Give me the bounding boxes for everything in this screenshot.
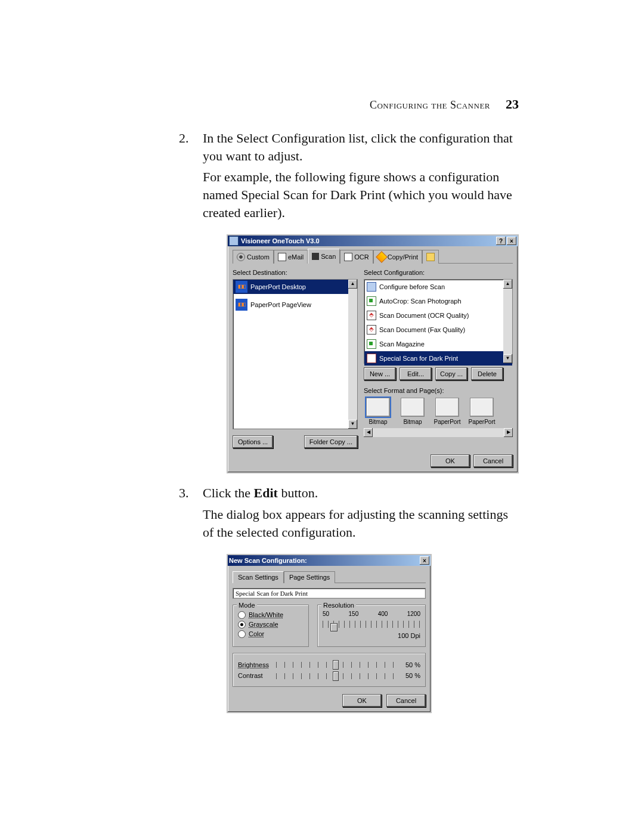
slider-thumb[interactable] [330,623,338,631]
resolution-slider[interactable] [323,621,420,628]
format-paperport-single[interactable]: PaperPort [433,398,462,426]
window-title: New Scan Configuration: [229,556,419,565]
close-button[interactable]: × [507,237,516,245]
tab-email-label: eMail [288,253,304,262]
label-select-destination: Select Destination: [233,268,358,277]
format-paperport-multi[interactable]: PaperPort [467,398,496,426]
destination-listbox[interactable]: PaperPort Desktop PaperPort PageView ▲ [233,279,358,429]
cfg-item-label: Scan Document (Fax Quality) [379,326,465,335]
dest-item-paperport-desktop[interactable]: PaperPort Desktop [233,280,357,294]
dest-item-paperport-pageview[interactable]: PaperPort PageView [233,294,357,315]
format-bitmap-single[interactable]: Bitmap [364,398,392,426]
tab-copyprint[interactable]: Copy/Print [373,250,422,264]
label-select-format: Select Format and Page(s): [364,386,513,395]
options-button[interactable]: Options ... [233,435,273,448]
scroll-up-icon[interactable]: ▲ [348,280,357,289]
step-2-text-2: For example, the following figure shows … [203,168,519,221]
radio-black-white[interactable]: Black/White [238,611,304,620]
tab-scan-settings[interactable]: Scan Settings [233,571,284,583]
mode-group: Mode Black/White Grayscale [233,605,309,646]
figure-onetouch-dialog: Visioneer OneTouch V3.0 ? × Custom [227,234,519,473]
tab-custom[interactable]: Custom [233,250,274,264]
radio-color[interactable]: Color [238,630,304,639]
slider-thumb[interactable] [333,671,339,681]
config-name-input[interactable] [233,588,426,599]
cancel-button[interactable]: Cancel [473,454,513,467]
step-3-t1c: button. [278,485,318,500]
tick-50: 50 [323,610,329,618]
window-title: Visioneer OneTouch V3.0 [241,237,495,246]
delete-button[interactable]: Delete [471,367,503,380]
step-2: 2. In the Select Configuration list, cli… [179,129,519,473]
scroll-up-icon[interactable]: ▲ [503,280,512,289]
format-icon [470,398,494,417]
help-button[interactable]: ? [496,237,506,245]
slider-thumb[interactable] [333,660,339,670]
titlebar[interactable]: New Scan Configuration: × [228,555,431,566]
step-3-t1bold: Edit [254,485,278,500]
step-3-t1a: Click the [203,485,254,500]
config-icon [367,282,376,292]
scrollbar[interactable]: ▲ ▼ [503,280,512,363]
tab-email[interactable]: eMail [274,250,308,264]
tab-copyprint-label: Copy/Print [388,253,418,262]
config-icon [367,354,376,363]
cfg-item-scan-ocr-quality[interactable]: Scan Document (OCR Quality) [364,308,512,323]
step-2-number: 2. [179,129,189,147]
step-3-number: 3. [179,484,189,502]
configuration-listbox[interactable]: Configure before Scan AutoCrop: Scan Pho… [364,279,513,364]
config-icon [367,296,376,306]
format-label: PaperPort [433,418,462,426]
onetouch-window: Visioneer OneTouch V3.0 ? × Custom [227,234,519,473]
scrollbar[interactable]: ▲ ▼ [348,280,357,429]
resolution-ticks: 50 150 400 1200 [323,610,420,618]
cfg-item-label: AutoCrop: Scan Photograph [379,297,462,306]
contrast-slider[interactable] [276,673,394,679]
brightness-contrast-group: Brightness 50 % Contrast [233,653,426,688]
radio-icon [238,621,246,628]
paperport-icon [236,281,247,293]
scroll-right-icon[interactable]: ▶ [504,428,513,437]
tab-page-settings[interactable]: Page Settings [284,571,336,583]
ok-button[interactable]: OK [431,454,470,467]
copy-button[interactable]: Copy ... [435,367,467,380]
titlebar[interactable]: Visioneer OneTouch V3.0 ? × [228,236,518,246]
page-body: 2. In the Select Configuration list, cli… [179,129,519,713]
radio-label: Black/White [249,611,283,620]
close-button[interactable]: × [420,556,429,565]
tab-scan[interactable]: Scan [308,249,340,264]
cfg-item-configure-before-scan[interactable]: Configure before Scan [364,280,512,294]
tab-ocr[interactable]: OCR [340,250,373,264]
folder-copy-button[interactable]: Folder Copy ... [304,435,358,448]
brightness-slider[interactable] [276,662,394,668]
new-scan-config-window: New Scan Configuration: × Scan Settings … [227,554,432,713]
tab-folder[interactable] [422,250,439,264]
edit-button[interactable]: Edit... [400,367,432,380]
page-icon [344,253,352,261]
step-3-text-1: Click the Edit button. [203,484,519,502]
cfg-item-scan-magazine[interactable]: Scan Magazine [364,337,512,351]
format-bitmap-multi[interactable]: Bitmap [398,398,427,426]
section-title: Configuring the Scanner [370,99,490,111]
label-select-configuration: Select Configuration: [364,268,513,277]
format-icon [366,398,390,417]
step-2-text-1: In the Select Configuration list, click … [203,129,519,165]
scroll-down-icon[interactable]: ▼ [503,354,512,363]
cfg-item-scan-fax-quality[interactable]: Scan Document (Fax Quality) [364,323,512,337]
format-row: Bitmap Bitmap PaperPort [364,398,513,426]
ok-button[interactable]: OK [342,694,382,707]
contrast-row: Contrast 50 % [238,671,420,680]
cfg-item-autocrop-photograph[interactable]: AutoCrop: Scan Photograph [364,294,512,308]
new-button[interactable]: New ... [364,367,396,380]
radio-grayscale[interactable]: Grayscale [238,620,304,629]
page: Configuring the Scanner 23 2. In the Sel… [0,0,644,833]
scroll-left-icon[interactable]: ◀ [364,428,373,437]
cfg-item-special-dark-print[interactable]: Special Scan for Dark Print [364,351,512,366]
format-scrollbar[interactable]: ◀ ▶ [364,428,513,437]
step-3: 3. Click the Edit button. The dialog box… [179,484,519,713]
format-label: Bitmap [364,418,392,426]
scroll-down-icon[interactable]: ▼ [348,420,357,429]
dest-item-label: PaperPort Desktop [250,283,306,292]
tick-1200: 1200 [407,610,420,618]
cancel-button[interactable]: Cancel [386,694,426,707]
